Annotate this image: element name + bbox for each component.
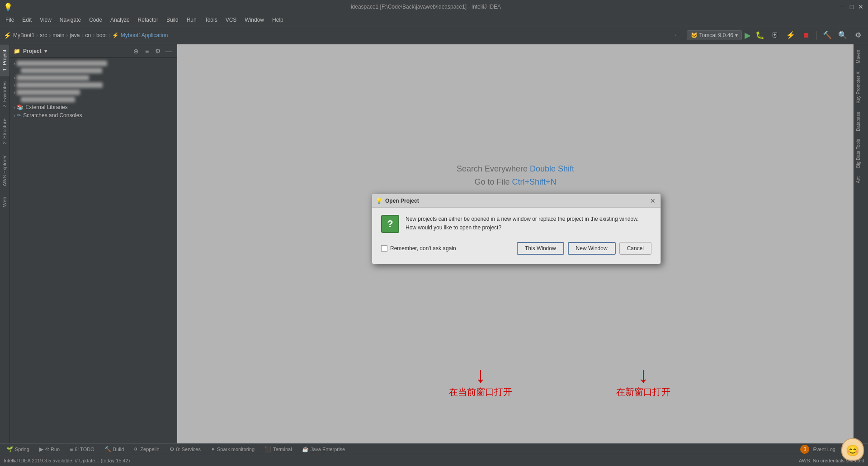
dialog-footer: Remember, don't ask again This Window Ne… xyxy=(381,242,651,255)
breadcrumb-main[interactable]: main xyxy=(52,32,64,38)
arrow-this-window: ↓ xyxy=(475,364,486,386)
left-tab-web[interactable]: Web xyxy=(0,191,9,212)
idea-update-status[interactable]: IntelliJ IDEA 2019.3.5 available: // Upd… xyxy=(4,458,130,463)
coverage-button[interactable]: ⛨ xyxy=(769,29,782,42)
tab-services[interactable]: ⚙ 8: Services xyxy=(165,445,205,454)
this-window-button[interactable]: This Window xyxy=(517,242,564,255)
services-icon: ⚙ xyxy=(170,446,175,452)
tab-enterprise[interactable]: ☕ Java Enterprise xyxy=(297,445,349,454)
dialog-buttons: This Window New Window Cancel xyxy=(517,242,651,255)
dialog-icon: 💡 xyxy=(376,198,382,204)
menu-analyze[interactable]: Analyze xyxy=(107,15,133,24)
stop-button[interactable]: ⏹ xyxy=(800,29,812,42)
left-tab-favorites[interactable]: 2: Favorites xyxy=(0,76,9,113)
mascot-head: 😊 xyxy=(841,438,864,461)
tab-spring[interactable]: 🌱 Spring xyxy=(2,445,34,454)
breadcrumb-cn[interactable]: cn xyxy=(85,32,91,38)
dialog-close-button[interactable]: ✕ xyxy=(649,197,657,205)
title-bar-controls: ─ □ ✕ xyxy=(839,3,864,10)
menu-window[interactable]: Window xyxy=(241,15,268,24)
tree-item-blurred-3[interactable]: › xyxy=(10,74,177,81)
tree-item-scratches[interactable]: › ✏ Scratches and Consoles xyxy=(10,111,177,119)
checkbox-box[interactable] xyxy=(381,245,387,252)
menu-code[interactable]: Code xyxy=(85,15,106,24)
tab-terminal-label: Terminal xyxy=(273,447,292,452)
breadcrumb-file[interactable]: ⚡ Myboot1Application xyxy=(112,32,168,38)
minimize-button[interactable]: ─ xyxy=(839,3,846,10)
big-data-panel-tab[interactable]: Big Data Tools xyxy=(854,135,868,171)
tomcat-icon: 🐱 xyxy=(691,32,698,38)
menu-refactor[interactable]: Refactor xyxy=(134,15,162,24)
settings-button[interactable]: ⚙ xyxy=(153,47,162,56)
collapse-button[interactable]: ≡ xyxy=(142,47,151,56)
left-tab-project[interactable]: 1: Project xyxy=(0,44,9,76)
menu-help[interactable]: Help xyxy=(269,15,287,24)
menu-tools[interactable]: Tools xyxy=(201,15,221,24)
tab-build[interactable]: 🔨 Build xyxy=(100,445,128,454)
search-everywhere-label: Search Everywhere xyxy=(457,164,530,173)
database-panel-tab[interactable]: Database xyxy=(854,108,868,135)
close-button[interactable]: ✕ xyxy=(857,3,864,10)
left-tab-aws[interactable]: AWS Explorer xyxy=(0,150,9,192)
left-tab-structure[interactable]: 2: Structure xyxy=(0,113,9,150)
run-button[interactable]: ▶ xyxy=(745,30,751,40)
menu-build[interactable]: Build xyxy=(163,15,182,24)
maven-panel-tab[interactable]: Maven xyxy=(854,46,868,67)
hide-button[interactable]: — xyxy=(164,47,173,56)
breadcrumb: MyBoot1 › src › main › java › cn › boot … xyxy=(13,32,168,38)
external-libraries-icon: 📚 xyxy=(17,104,24,110)
settings-button[interactable]: ⚙ xyxy=(852,29,864,42)
project-panel: 📁 Project ▾ ⊕ ≡ ⚙ — › › xyxy=(10,44,177,443)
panel-header: 📁 Project ▾ ⊕ ≡ ⚙ — xyxy=(10,44,177,58)
tab-zeppelin[interactable]: ✈ Zeppelin xyxy=(129,445,164,454)
breadcrumb-java[interactable]: java xyxy=(70,32,80,38)
tab-spark[interactable]: ✦ Spark monitoring xyxy=(206,445,259,454)
tree-item-blurred-2[interactable] xyxy=(10,67,177,74)
dialog-content: ? New projects can either be opened in a… xyxy=(381,215,651,233)
tab-todo[interactable]: ≡ 6: TODO xyxy=(65,445,99,454)
menu-vcs[interactable]: VCS xyxy=(222,15,241,24)
build-project-button[interactable]: 🔨 xyxy=(821,29,834,42)
breadcrumb-myboot1[interactable]: MyBoot1 xyxy=(13,32,34,38)
dialog-message: New projects can either be opened in a n… xyxy=(406,215,639,232)
tab-run-label: 4: Run xyxy=(45,447,60,452)
tab-run[interactable]: ▶ 4: Run xyxy=(35,445,64,454)
menu-navigate[interactable]: Navigate xyxy=(56,15,85,24)
search-everywhere-button[interactable]: 🔍 xyxy=(836,29,849,42)
todo-icon: ≡ xyxy=(70,446,73,452)
profile-button[interactable]: ⚡ xyxy=(784,29,797,42)
ant-panel-tab[interactable]: Ant xyxy=(854,173,868,187)
menu-file[interactable]: File xyxy=(2,15,18,24)
left-tabs: 1: Project 2: Favorites 2: Structure AWS… xyxy=(0,44,10,443)
breadcrumb-boot[interactable]: boot xyxy=(96,32,107,38)
menu-edit[interactable]: Edit xyxy=(19,15,35,24)
tree-item-blurred-1[interactable]: › xyxy=(10,60,177,67)
maximize-button[interactable]: □ xyxy=(848,3,855,10)
tree-item-blurred-6[interactable] xyxy=(10,96,177,103)
tab-spring-label: Spring xyxy=(15,447,29,452)
locate-button[interactable]: ⊕ xyxy=(132,47,141,56)
panel-dropdown-arrow[interactable]: ▾ xyxy=(44,48,47,54)
key-promoter-panel-tab[interactable]: Key Promoter X xyxy=(854,68,868,107)
menu-view[interactable]: View xyxy=(36,15,55,24)
dialog-body: ? New projects can either be opened in a… xyxy=(372,208,660,264)
tree-item-blurred-5[interactable]: › xyxy=(10,89,177,96)
breadcrumb-src[interactable]: src xyxy=(40,32,47,38)
tree-item-external-libraries[interactable]: › 📚 External Libraries xyxy=(10,103,177,111)
tree-item-blurred-4[interactable]: › xyxy=(10,81,177,89)
new-window-button[interactable]: New Window xyxy=(568,242,616,255)
search-everywhere-key: Double Shift xyxy=(530,164,574,173)
event-log-badge[interactable]: 3 xyxy=(800,445,809,454)
tab-build-label: Build xyxy=(113,447,124,452)
remember-checkbox[interactable]: Remember, don't ask again xyxy=(381,245,456,252)
event-log-label[interactable]: Event Log xyxy=(813,447,835,452)
cancel-button[interactable]: Cancel xyxy=(619,242,651,255)
menu-run[interactable]: Run xyxy=(183,15,200,24)
tomcat-selector[interactable]: 🐱 Tomcat 9.0.46 ▾ xyxy=(687,30,742,40)
annotation-new-window: ↓ 在新窗口打开 xyxy=(616,364,670,398)
tab-terminal[interactable]: ⬛ Terminal xyxy=(260,445,297,454)
back-button[interactable]: ← xyxy=(671,29,684,42)
tab-services-label: 8: Services xyxy=(176,447,201,452)
debug-button[interactable]: 🐛 xyxy=(754,29,766,42)
terminal-icon: ⬛ xyxy=(264,446,271,452)
